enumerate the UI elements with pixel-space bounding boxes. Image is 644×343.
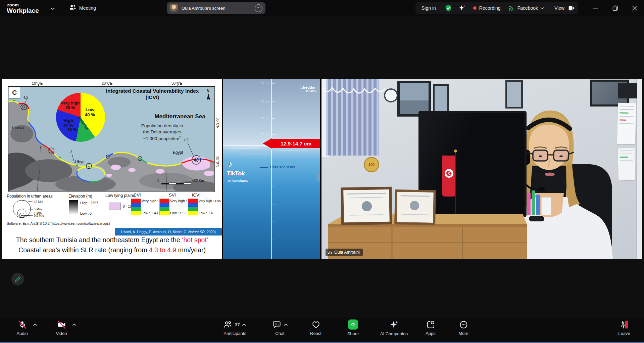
minimize-button[interactable] (588, 0, 603, 16)
mouth (545, 173, 555, 176)
mic-level-icon (328, 250, 332, 255)
participants-chevron[interactable] (242, 323, 246, 326)
screen-tab-more-icon[interactable]: ⋯ (255, 4, 262, 12)
legend-svi-ramp (159, 199, 169, 215)
scale-zero: 0 (157, 179, 159, 182)
chat-chevron[interactable] (284, 323, 288, 326)
panel-letter: C (9, 87, 20, 98)
participants-button[interactable]: 37 Participants (216, 320, 253, 336)
annotate-button[interactable] (11, 273, 24, 286)
pie-label-low: Low40 % (85, 108, 95, 118)
map-label-egypt: Egypt (173, 150, 183, 155)
avatar (169, 4, 178, 12)
live-stream-icon (508, 5, 515, 11)
legend-elevation-title: Elevation (m) (68, 194, 92, 199)
map-label-tunisia: Tunisia (11, 125, 24, 130)
facebook-chevron-down-icon[interactable] (540, 7, 544, 10)
legend-elevation-swatch (69, 200, 78, 215)
legend-pop-15mio: 15 Mio (34, 200, 43, 204)
legend-elevation-low: Low : 0 (80, 211, 92, 215)
rate-annotation-tunisia: 4.5 (23, 95, 28, 99)
legend-icvi-low: Low : 1.6 (199, 211, 213, 215)
workspace-chevron-down-icon[interactable] (50, 6, 55, 12)
recording-label: Recording (479, 5, 501, 11)
population-density-note: Population density in the Delta averages… (129, 123, 196, 142)
legend-population-circles: 15 Mio 5 Mio 1 Mio 0.5 Mio (7, 199, 54, 221)
tiktok-note-icon: ♪ (228, 159, 233, 169)
heart-icon (311, 320, 320, 329)
audio-button[interactable]: Audio (9, 320, 35, 336)
video-button[interactable]: Video (49, 320, 74, 336)
share-icon (348, 319, 358, 330)
sea-level-1993-tick (260, 167, 268, 168)
webcam-video-oula-amrouni: 100 Oula Amrouni (321, 79, 642, 259)
ai-companion-icon (389, 320, 399, 330)
video-options-chevron[interactable] (72, 321, 77, 328)
marker-pen (527, 192, 531, 215)
legend-cvi-ramp (131, 199, 141, 215)
share-button[interactable]: Share (338, 320, 368, 336)
legend-plains-swatch (109, 203, 121, 210)
ruler-tick-25cm: 25 cm (255, 100, 269, 103)
restore-button[interactable] (607, 0, 623, 16)
tab-shared-screen[interactable]: Oula Amrouni's screen ⋯ (167, 2, 265, 14)
ai-sparkle-icon[interactable] (458, 4, 466, 12)
tab-meeting[interactable]: Meeting (66, 3, 99, 13)
people-icon (69, 4, 76, 12)
recording-dot-icon (473, 6, 477, 10)
flag-finial (454, 149, 457, 153)
view-button-label[interactable]: View (554, 5, 564, 11)
legend-icvi-high: Very high : 4.95 (199, 199, 221, 203)
axis-tick-35N: 35°0'N (216, 118, 220, 129)
titlebar-right-group: Sign in Recording Facebook View (415, 2, 578, 14)
zoom-logo: zoom (7, 2, 19, 7)
pane-resize-handle[interactable] (317, 172, 321, 182)
sign-in-button[interactable]: Sign in (422, 5, 436, 11)
ruler-tick-30cm: 30 cm (255, 82, 269, 85)
shared-video-sea-level: 30 cm 25 cm 20 cm 15 cm 12.9-14.7 cm 199… (222, 79, 321, 259)
computer-mouse (529, 216, 544, 221)
participants-count: 37 (235, 322, 240, 327)
leave-icon (620, 320, 629, 329)
legend-population-title: Population in urban areas (7, 194, 53, 199)
view-layout-icon[interactable] (567, 4, 575, 12)
pie-pct-moderate: 13 % (67, 128, 77, 132)
certificate-frame (394, 189, 436, 225)
legend-plains-title: Low lying plains (105, 193, 135, 198)
tiktok-handle: @ hantukanal (228, 179, 248, 182)
pencil-icon (15, 276, 21, 282)
map-label-libya: Libya (75, 160, 85, 164)
more-icon (459, 320, 468, 329)
tunisia-flag (442, 156, 455, 197)
meeting-toolbar: Audio Video 37 Participants (0, 317, 644, 342)
legend-elevation-high: High : 2397 (80, 201, 98, 205)
facebook-stream-label[interactable]: Facebook (517, 5, 538, 11)
apps-button[interactable]: Apps (415, 320, 446, 336)
leave-button[interactable]: Leave (611, 320, 637, 336)
audio-options-chevron[interactable] (33, 321, 37, 328)
legend-cvi-low: Low : 1.43 (142, 211, 158, 215)
axis-tick-10E: 10°0'E (32, 81, 43, 85)
ai-companion-button[interactable]: AI Companion (372, 320, 416, 336)
legend-pop-05mio: 0.5 Mio (34, 214, 44, 217)
close-button[interactable] (627, 0, 642, 16)
tiktok-logo-text: TikTok (227, 170, 245, 177)
security-shield-icon[interactable] (445, 4, 452, 12)
legend-svi-title: SVI (169, 192, 176, 198)
sea-level-1993-label: 1993 sea level (269, 165, 295, 169)
headset-mic-icon (538, 187, 545, 191)
meeting-tab-label: Meeting (79, 5, 96, 11)
participant-name: Oula Amrouni (334, 250, 360, 255)
citation-banner: Hzami, A. Heggy, E. Amrouni, O, Mahé, G.… (115, 228, 222, 235)
certificate-frame (341, 187, 392, 225)
chat-button[interactable]: Chat (265, 320, 295, 336)
shared-slide: 10°0'E 20°0'E 30°0'E 35°0'N 30°0'N (2, 79, 222, 259)
caption-line-2: Coastal area’s within SLR rate (ranging … (2, 246, 222, 254)
sea-label: Mediterranean Sea (146, 113, 213, 120)
more-button[interactable]: More (448, 320, 479, 336)
ruler-tick-15cm: 15 cm (255, 133, 269, 136)
axis-tick-30E: 30°0'E (171, 81, 182, 85)
marker-pen (532, 190, 535, 215)
react-button[interactable]: React (301, 320, 331, 336)
cheddar-news-watermark: cheddarnews (301, 86, 316, 92)
